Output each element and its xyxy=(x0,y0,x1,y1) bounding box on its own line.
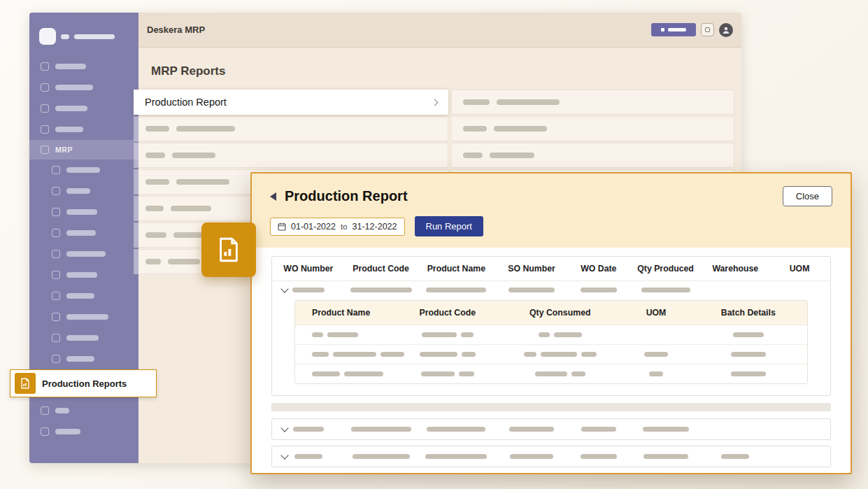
sidebar-item[interactable] xyxy=(29,201,138,222)
sidebar-item[interactable] xyxy=(29,56,138,77)
skeleton-bar xyxy=(66,209,97,215)
skeleton-bar xyxy=(463,153,483,158)
user-avatar-icon[interactable] xyxy=(719,23,733,37)
table-cell xyxy=(629,454,702,459)
sidebar-item[interactable] xyxy=(29,77,138,98)
skeleton-bar xyxy=(581,352,597,357)
skeleton-bar xyxy=(721,454,749,459)
app-title: Deskera MRP xyxy=(147,24,205,35)
menu-icon xyxy=(52,271,60,279)
sidebar-top-menu xyxy=(29,56,138,140)
report-doc-glyph xyxy=(19,377,31,390)
column-header: WO Number xyxy=(272,264,345,274)
date-to-value: 31-12-2022 xyxy=(353,222,397,232)
table-cell xyxy=(690,352,807,357)
skeleton-bar xyxy=(294,454,322,459)
report-list-item[interactable] xyxy=(451,90,734,115)
sidebar-item[interactable] xyxy=(29,348,138,369)
report-doc-icon xyxy=(214,235,243,264)
skeleton-bar xyxy=(649,371,663,376)
report-item-production-report[interactable]: Production Report xyxy=(134,90,448,115)
skeleton-bar xyxy=(733,332,764,337)
skeleton-bar xyxy=(171,206,211,211)
sub-table-rows xyxy=(295,325,807,383)
report-row-expanded[interactable] xyxy=(272,281,830,299)
table-cell xyxy=(702,427,769,432)
column-header: UOM xyxy=(769,264,830,274)
skeleton-bar xyxy=(581,288,617,292)
skeleton-bar xyxy=(344,371,383,376)
date-range-input[interactable]: 01-01-2022 to 31-12-2022 xyxy=(270,218,405,236)
sidebar-item[interactable] xyxy=(29,119,138,140)
skeleton-bar xyxy=(422,332,457,337)
sidebar-item[interactable] xyxy=(29,243,138,264)
table-cell xyxy=(495,288,568,292)
table-cell xyxy=(417,454,495,459)
skeleton-bar xyxy=(66,314,108,320)
skeleton-bar xyxy=(66,230,96,236)
table-cell xyxy=(397,371,497,376)
sidebar-item[interactable] xyxy=(29,264,138,285)
report-row-collapsed[interactable] xyxy=(271,446,831,467)
top-bar: Deskera MRP xyxy=(138,13,741,48)
sidebar-item[interactable] xyxy=(29,222,138,243)
production-reports-callout[interactable]: Production Reports xyxy=(10,369,157,397)
report-list-item[interactable] xyxy=(134,116,448,141)
button-glyph xyxy=(661,28,664,31)
menu-icon xyxy=(52,229,60,237)
back-arrow-icon[interactable] xyxy=(270,192,276,201)
skeleton-bar xyxy=(333,352,376,357)
sidebar-item[interactable] xyxy=(29,160,138,180)
sidebar-item[interactable] xyxy=(29,421,138,442)
mrp-icon xyxy=(41,146,49,154)
skeleton-bar xyxy=(292,288,325,292)
row-separator xyxy=(271,403,831,411)
report-table-area: WO NumberProduct CodeProduct NameSO Numb… xyxy=(252,248,851,467)
report-item-label: Production Report xyxy=(145,97,227,108)
sidebar-mrp-submenu xyxy=(29,160,138,369)
column-header: WO Date xyxy=(568,264,629,274)
table-cell xyxy=(702,454,769,459)
report-list-item[interactable] xyxy=(134,143,448,168)
table-cell xyxy=(497,332,622,337)
skeleton-bar xyxy=(66,335,99,341)
table-cell xyxy=(497,352,622,357)
report-row-collapsed[interactable] xyxy=(271,418,831,440)
table-cell xyxy=(568,427,629,432)
skeleton-bar xyxy=(312,332,323,337)
table-cell xyxy=(629,427,702,432)
skeleton-bar xyxy=(168,259,200,264)
run-report-button[interactable]: Run Report xyxy=(415,216,483,236)
skeleton-bar xyxy=(55,408,69,413)
menu-icon xyxy=(41,62,49,71)
skeleton-bar xyxy=(312,352,329,357)
table-cell xyxy=(690,332,807,337)
sidebar-item[interactable] xyxy=(29,306,138,327)
report-list-item[interactable] xyxy=(451,116,734,141)
menu-icon xyxy=(41,427,49,436)
menu-icon xyxy=(52,334,60,342)
skeleton-bar xyxy=(461,332,474,337)
close-button[interactable]: Close xyxy=(783,186,832,206)
sidebar-item[interactable] xyxy=(29,400,138,421)
sidebar-item-mrp[interactable]: MRP xyxy=(29,140,138,160)
menu-icon xyxy=(52,166,60,174)
apps-grid-icon[interactable] xyxy=(701,23,714,36)
callout-label: Production Reports xyxy=(42,378,127,389)
skeleton-bar xyxy=(66,167,100,173)
sidebar-item[interactable] xyxy=(29,327,138,348)
skeleton-bar xyxy=(327,332,358,337)
table-cell xyxy=(417,288,495,292)
skeleton-bar xyxy=(351,427,411,432)
sidebar-item[interactable] xyxy=(29,285,138,306)
skeleton-bar xyxy=(55,85,93,90)
column-header: Product Code xyxy=(345,264,418,274)
skeleton-bar xyxy=(509,427,554,432)
sidebar-item[interactable] xyxy=(29,98,138,119)
header-primary-button[interactable] xyxy=(651,23,696,36)
report-list-item[interactable] xyxy=(451,143,734,168)
menu-icon xyxy=(52,355,60,363)
production-report-modal: Production Report Close 01-01-2022 to 31… xyxy=(250,172,852,474)
menu-icon xyxy=(41,83,49,92)
sidebar-item[interactable] xyxy=(29,180,138,201)
